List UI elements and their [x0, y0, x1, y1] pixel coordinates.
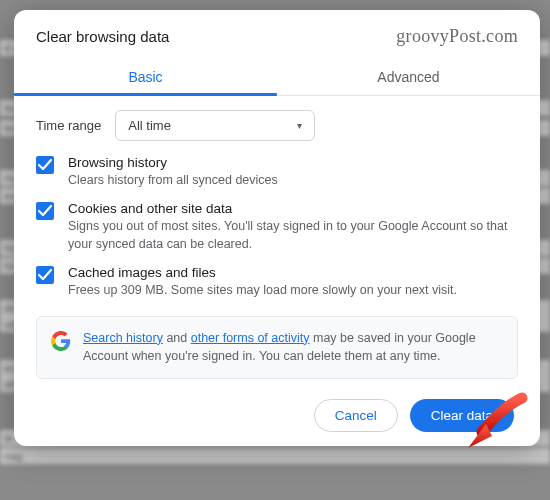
cancel-button[interactable]: Cancel [314, 399, 398, 432]
option-cache: Cached images and files Frees up 309 MB.… [36, 265, 518, 299]
tab-bar: Basic Advanced [14, 57, 540, 96]
dialog-title: Clear browsing data [36, 28, 169, 45]
time-range-label: Time range [36, 118, 101, 133]
tab-advanced[interactable]: Advanced [277, 57, 540, 95]
clear-data-button[interactable]: Clear data [410, 399, 514, 432]
watermark-text: groovyPost.com [396, 26, 518, 47]
option-title: Cached images and files [68, 265, 457, 280]
google-icon [51, 331, 71, 351]
option-desc: Frees up 309 MB. Some sites may load mor… [68, 281, 457, 299]
chevron-down-icon: ▾ [297, 120, 302, 131]
link-search-history[interactable]: Search history [83, 331, 163, 345]
clear-browsing-data-dialog: Clear browsing data groovyPost.com Basic… [14, 10, 540, 446]
google-account-info: Search history and other forms of activi… [36, 316, 518, 380]
checkbox-browsing-history[interactable] [36, 156, 54, 174]
option-title: Cookies and other site data [68, 201, 518, 216]
time-range-select[interactable]: All time ▾ [115, 110, 315, 141]
checkbox-cookies[interactable] [36, 202, 54, 220]
option-desc: Signs you out of most sites. You'll stay… [68, 217, 518, 253]
time-range-value: All time [128, 118, 171, 133]
info-text: Search history and other forms of activi… [83, 329, 503, 367]
option-desc: Clears history from all synced devices [68, 171, 278, 189]
checkbox-cache[interactable] [36, 266, 54, 284]
option-cookies: Cookies and other site data Signs you ou… [36, 201, 518, 253]
tab-basic[interactable]: Basic [14, 57, 277, 95]
tab-underline [14, 93, 277, 96]
option-title: Browsing history [68, 155, 278, 170]
link-other-activity[interactable]: other forms of activity [191, 331, 310, 345]
option-browsing-history: Browsing history Clears history from all… [36, 155, 518, 189]
